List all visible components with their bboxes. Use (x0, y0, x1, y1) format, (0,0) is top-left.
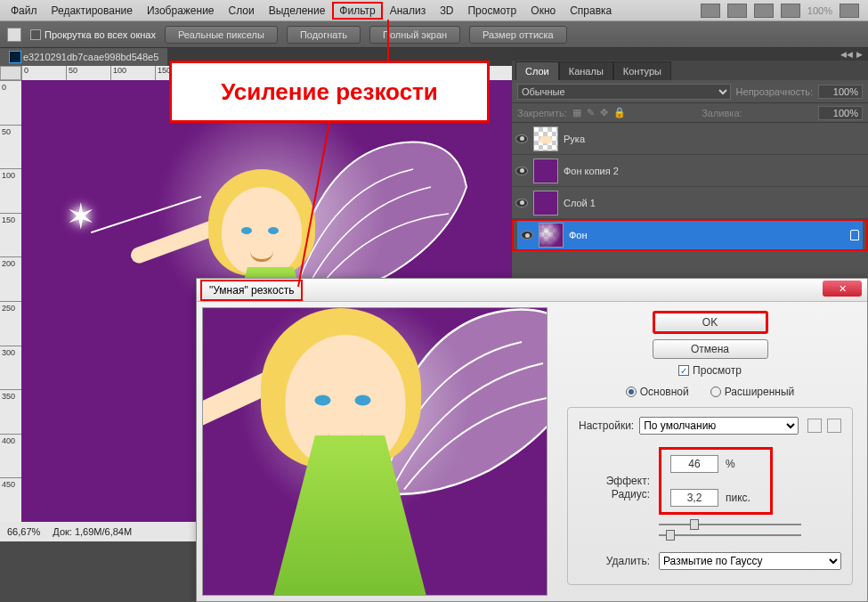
visibility-icon[interactable] (515, 167, 528, 175)
zoom-value[interactable]: 66,67% (7, 526, 40, 537)
tab-channels[interactable]: Каналы (559, 61, 613, 80)
lock-label: Закрепить: (517, 108, 567, 118)
layer-name[interactable]: Фон (569, 230, 588, 240)
mode-basic-radio[interactable]: Основной (626, 386, 689, 398)
layer-blend-row: Обычные Непрозрачность: 100% (512, 80, 868, 103)
remove-select[interactable]: Размытие по Гауссу (659, 552, 841, 570)
menu-edit[interactable]: Редактирование (45, 2, 140, 20)
document-tab[interactable]: e3210291db7caae998bd548e5 (0, 48, 167, 66)
smart-sharpen-dialog: "Умная" резкость ✕ OK Отмена ✓Просмотр О… (196, 278, 868, 602)
annotation-callout: Усиление резкости (169, 61, 490, 123)
cancel-button[interactable]: Отмена (653, 339, 768, 359)
radius-label: Радиус: (579, 488, 650, 500)
layer-thumbnail[interactable] (533, 191, 558, 216)
menu-layers[interactable]: Слои (222, 2, 262, 20)
dialog-controls: OK Отмена ✓Просмотр Основной Расширенный… (553, 302, 867, 601)
settings-fieldset: Настройки: По умолчанию Эффект: 46 % (567, 407, 853, 585)
layer-row[interactable]: Рука (512, 123, 868, 155)
menu-3d[interactable]: 3D (433, 2, 460, 20)
fit-screen-button[interactable]: Подогнать (287, 26, 361, 44)
opacity-value[interactable]: 100% (818, 85, 863, 99)
ruler-origin[interactable] (0, 66, 21, 80)
remove-label: Удалить: (579, 555, 650, 567)
fairy-face (222, 187, 302, 276)
menu-help[interactable]: Справка (563, 2, 619, 20)
scroll-all-label: Прокрутка во всех окнах (45, 29, 156, 40)
layer-name[interactable]: Рука (564, 134, 585, 144)
screen-mode-icon[interactable] (754, 4, 774, 18)
radius-unit: пикс. (726, 492, 761, 504)
dialog-preview[interactable] (202, 307, 548, 596)
options-bar: Прокрутка во всех окнах Реальные пикселы… (0, 21, 868, 48)
tab-layers[interactable]: Слои (515, 61, 559, 80)
close-icon[interactable]: ✕ (823, 281, 862, 297)
actual-pixels-button[interactable]: Реальные пикселы (165, 26, 278, 44)
layer-thumbnail[interactable] (533, 159, 558, 183)
menu-window[interactable]: Окно (523, 2, 563, 20)
hand-tool-icon[interactable] (7, 28, 21, 42)
zoom-display: 100% (807, 5, 832, 16)
dialog-titlebar[interactable]: "Умная" резкость ✕ (197, 279, 867, 302)
panel-tabs: Слои Каналы Контуры (512, 61, 868, 80)
main-menu-bar: Файл Редактирование Изображение Слои Выд… (0, 0, 868, 21)
layer-thumbnail[interactable] (539, 223, 564, 248)
radius-slider[interactable] (659, 527, 801, 543)
full-screen-button[interactable]: Полный экран (369, 26, 460, 44)
effect-label: Эффект: (579, 475, 650, 487)
menu-view[interactable]: Просмотр (460, 2, 523, 20)
layer-row[interactable]: Слой 1 (512, 187, 868, 219)
visibility-icon[interactable] (521, 231, 533, 240)
settings-select[interactable]: По умолчанию (639, 417, 799, 435)
layer-name[interactable]: Слой 1 (564, 198, 596, 208)
layer-list: Рука Фон копия 2 Слой 1 Фон (512, 123, 868, 251)
save-preset-icon[interactable] (807, 419, 822, 433)
menu-filter[interactable]: Фильтр (332, 2, 382, 20)
lock-position-icon[interactable]: ✥ (600, 107, 608, 118)
doc-size: Док: 1,69M/6,84M (53, 526, 132, 537)
menu-select[interactable]: Выделение (262, 2, 333, 20)
preview-label: Просмотр (693, 364, 742, 377)
workspace-icon[interactable] (840, 4, 859, 18)
layer-lock-row: Закрепить: ▦ ✎ ✥ 🔒 Заливка: 100% (512, 103, 868, 123)
menu-image[interactable]: Изображение (140, 2, 222, 20)
ps-file-icon (9, 51, 21, 63)
lock-icon (850, 230, 859, 240)
layer-name[interactable]: Фон копия 2 (564, 166, 619, 176)
menu-file[interactable]: Файл (4, 2, 45, 20)
preview-checkbox[interactable]: ✓Просмотр (567, 364, 853, 377)
print-size-button[interactable]: Размер оттиска (469, 26, 567, 44)
panel-grip[interactable]: ◀◀▶ (512, 48, 868, 61)
arrange-icon[interactable] (781, 4, 800, 18)
lock-all-icon[interactable]: 🔒 (613, 107, 626, 118)
radius-input[interactable]: 3,2 (670, 489, 718, 507)
lock-pixels-icon[interactable]: ✎ (587, 107, 595, 118)
mode-advanced-radio[interactable]: Расширенный (710, 386, 795, 398)
fill-label: Заливка: (702, 108, 742, 118)
layer-row[interactable]: Фон копия 2 (512, 155, 868, 187)
visibility-icon[interactable] (515, 134, 528, 143)
mini-bridge-icon[interactable] (727, 4, 747, 18)
opacity-label: Непрозрачность: (736, 86, 813, 97)
lock-transparency-icon[interactable]: ▦ (572, 107, 581, 118)
bridge-icon[interactable] (701, 4, 720, 18)
menu-analysis[interactable]: Анализ (383, 2, 434, 20)
blend-mode-select[interactable]: Обычные (517, 84, 731, 100)
ok-button[interactable]: OK (653, 311, 768, 334)
fill-value[interactable]: 100% (818, 106, 863, 120)
annotation-text: Усиление резкости (221, 78, 438, 106)
tab-paths[interactable]: Контуры (613, 61, 671, 80)
layer-thumbnail[interactable] (533, 126, 558, 151)
vertical-ruler[interactable]: 050100150200250300350400450 (0, 80, 21, 522)
effect-radius-highlight: 46 % 3,2 пикс. (659, 447, 773, 515)
document-tab-label: e3210291db7caae998bd548e5 (23, 52, 158, 62)
layer-row-selected[interactable]: Фон (512, 219, 868, 251)
settings-label: Настройки: (579, 419, 634, 432)
visibility-icon[interactable] (515, 199, 528, 207)
delete-preset-icon[interactable] (827, 419, 841, 433)
scroll-all-windows-check[interactable]: Прокрутка во всех окнах (30, 29, 156, 40)
effect-unit: % (726, 458, 761, 470)
dialog-title: "Умная" резкость (200, 280, 303, 301)
effect-input[interactable]: 46 (670, 455, 718, 473)
